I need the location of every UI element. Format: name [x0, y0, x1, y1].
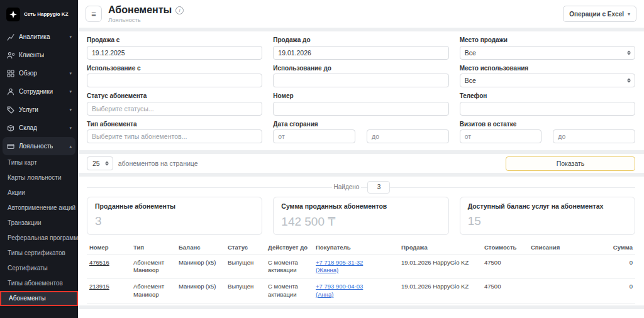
sidebar-subitem-card-types[interactable]: Типы карт — [0, 155, 78, 170]
employees-icon — [6, 87, 14, 96]
buyer-name-link[interactable]: (Анна) — [316, 291, 333, 299]
filter-sale-to: Продажа до — [273, 36, 448, 60]
status-badge: Выпущен — [225, 255, 265, 279]
visits-from-group: от — [460, 129, 542, 143]
chevron-down-icon: ▾ — [69, 89, 72, 94]
sidebar-nav: Аналитика ▾ Клиенты Обзор ▾ Сотрудники ▾… — [0, 28, 78, 306]
page-title: Абонементы — [108, 4, 172, 16]
sidebar-item-employees[interactable]: Сотрудники ▾ — [0, 82, 78, 101]
content-stack: Продажа с Продажа до Место продажи Все И… — [78, 28, 644, 318]
sidebar-item-services[interactable]: Услуги ▾ — [0, 101, 78, 119]
sidebar-subitem-certificate-types[interactable]: Типы сертификатов — [0, 246, 78, 261]
info-icon[interactable]: i — [175, 6, 184, 14]
overview-icon — [6, 69, 14, 77]
loyalty-icon — [6, 142, 14, 150]
filter-number: Номер — [273, 92, 448, 116]
sidebar-subitem-subscription-types[interactable]: Типы абонементов — [0, 276, 78, 291]
filter-burn-date: Дата сгорания от до — [273, 121, 448, 144]
burn-date-to-group: до — [367, 129, 449, 143]
show-button[interactable]: Показать — [506, 156, 635, 171]
sidebar-item-analytics[interactable]: Аналитика ▾ — [0, 28, 78, 46]
warehouse-icon — [6, 124, 14, 132]
page-header: ≡ Абонементы i Лояльность Операции с Exc… — [78, 0, 644, 28]
sidebar-subitem-auto-promotions[interactable]: Автоприменение акций — [0, 200, 78, 216]
title-block: Абонементы i Лояльность — [108, 4, 184, 23]
filter-status: Статус абонемента — [87, 92, 262, 116]
excel-operations-button[interactable]: Операции с Excel ▾ — [563, 6, 636, 22]
subscriptions-table: Номер Тип Баланс Статус Действует до Пок… — [87, 241, 635, 305]
sidebar-subitem-referral-program[interactable]: Реферальная программа — [0, 231, 78, 246]
use-from-input[interactable] — [87, 74, 262, 87]
status-badge: Выпущен — [225, 279, 265, 304]
sidebar-item-warehouse[interactable]: Склад ▾ — [0, 119, 78, 137]
sidebar-subitem-loyalty-cards[interactable]: Карты лояльности — [0, 170, 78, 185]
select-arrows-icon — [627, 50, 631, 55]
visits-to-group: до — [553, 129, 635, 143]
summary-card-balance: Доступный баланс услуг на абонементах 15 — [460, 197, 635, 235]
buyer-phone-link[interactable]: +7 793 900-04-03 — [316, 283, 363, 291]
sidebar-item-overview[interactable]: Обзор ▾ — [0, 64, 78, 82]
use-to-input[interactable] — [273, 74, 448, 87]
chevron-down-icon: ▾ — [69, 71, 72, 76]
filter-visits-left: Визитов в остатке от до — [460, 121, 635, 144]
sidebar-subitem-certificates[interactable]: Сертификаты — [0, 261, 78, 276]
sidebar-subitem-subscriptions[interactable]: Абонементы — [0, 291, 78, 306]
filters-panel: Продажа с Продажа до Место продажи Все И… — [78, 31, 644, 150]
found-count-badge: 3 — [367, 181, 390, 194]
summary-card-sold: Проданные абонементы 3 — [87, 197, 262, 235]
visits-to-input[interactable] — [569, 133, 630, 140]
sale-place-select[interactable]: Все — [460, 46, 635, 60]
phone-input[interactable] — [460, 102, 635, 116]
burn-date-from-group: от — [273, 129, 355, 143]
type-multiselect[interactable] — [87, 129, 262, 143]
list-controls-bar: 25 абонементов на странице Показать — [78, 154, 644, 173]
status-multiselect[interactable] — [87, 102, 262, 116]
filter-sale-from: Продажа с — [87, 36, 262, 60]
table-row: 476516 Абонемент Маникюр Маникюр (x5) Вы… — [87, 255, 635, 279]
chevron-down-icon: ▾ — [69, 107, 72, 112]
analytics-icon — [6, 33, 14, 41]
sidebar-item-loyalty[interactable]: Лояльность ▴ — [3, 137, 75, 155]
filter-phone: Телефон — [460, 92, 635, 116]
summary-cards: Проданные абонементы 3 Сумма проданных а… — [87, 197, 635, 235]
breadcrumb: Лояльность — [108, 16, 184, 23]
sale-to-input[interactable] — [273, 46, 448, 60]
workspace-name: Сеть Happygio KZ — [24, 11, 69, 18]
number-input[interactable] — [273, 102, 448, 116]
table-row: 659072 Абонемент Педикюр Педикюр (x5) Ак… — [87, 303, 635, 305]
menu-toggle-button[interactable]: ≡ — [86, 6, 102, 22]
per-page-select[interactable]: 25 — [87, 156, 113, 170]
subscription-number-link[interactable]: 476516 — [89, 259, 109, 266]
filter-sale-place: Место продажи Все — [460, 36, 635, 60]
chevron-down-icon: ▾ — [628, 11, 630, 17]
hamburger-icon: ≡ — [91, 9, 96, 19]
use-place-select[interactable]: Все — [460, 74, 635, 87]
summary-card-sum: Сумма проданных абонементов 142 500 ₸ — [273, 197, 448, 235]
table-header-row: Номер Тип Баланс Статус Действует до Пок… — [87, 241, 635, 255]
buyer-name-link[interactable]: (Жанна) — [316, 266, 338, 275]
filter-use-to: Использование до — [273, 65, 448, 88]
per-page-label: абонементов на странице — [118, 160, 198, 167]
filter-use-from: Использование с — [87, 65, 262, 88]
burn-date-to-input[interactable] — [383, 133, 444, 140]
found-label: Найдено — [332, 184, 362, 190]
chevron-down-icon: ▾ — [69, 126, 72, 131]
services-icon — [6, 106, 14, 114]
select-arrows-icon — [105, 162, 109, 166]
logo-icon — [6, 8, 20, 21]
buyer-phone-link[interactable]: +7 718 905-31-32 — [316, 259, 363, 267]
visits-from-input[interactable] — [475, 133, 536, 140]
chevron-down-icon: ▾ — [69, 35, 72, 40]
bottom-panel — [78, 309, 644, 318]
found-row: Найдено 3 — [87, 180, 635, 194]
sale-from-input[interactable] — [87, 46, 262, 60]
sidebar-item-clients[interactable]: Клиенты — [0, 46, 78, 64]
subscription-number-link[interactable]: 213915 — [89, 283, 109, 290]
status-badge: Активирован — [225, 303, 265, 305]
select-arrows-icon — [627, 79, 631, 83]
main-area: ≡ Абонементы i Лояльность Операции с Exc… — [78, 0, 644, 318]
sidebar-subitem-promotions[interactable]: Акции — [0, 185, 78, 200]
burn-date-from-input[interactable] — [289, 133, 350, 140]
sidebar-subitem-transactions[interactable]: Транзакции — [0, 216, 78, 231]
workspace-logo[interactable]: Сеть Happygio KZ — [0, 5, 78, 28]
